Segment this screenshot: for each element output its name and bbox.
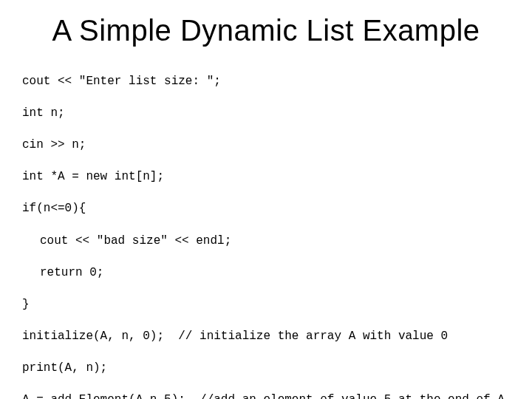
code-line: int *A = new int[n]; <box>22 169 510 185</box>
code-line: A = add.Element(A,n,5); //add an element… <box>22 392 510 399</box>
code-line: cout << "bad size" << endl; <box>22 233 510 250</box>
code-line: return 0; <box>22 265 510 282</box>
code-line: print(A, n); <box>22 361 510 377</box>
code-line: if(n<=0){ <box>22 201 510 217</box>
code-line: } <box>22 297 510 313</box>
code-line: cout << "Enter list size: "; <box>22 74 510 90</box>
slide-title: A Simple Dynamic List Example <box>22 13 510 47</box>
code-line: int n; <box>22 106 510 122</box>
code-line: initialize(A, n, 0); // initialize the a… <box>22 329 510 345</box>
code-block: cout << "Enter list size: "; int n; cin … <box>22 58 510 399</box>
code-line: cin >> n; <box>22 137 510 154</box>
slide: A Simple Dynamic List Example cout << "E… <box>0 0 532 399</box>
